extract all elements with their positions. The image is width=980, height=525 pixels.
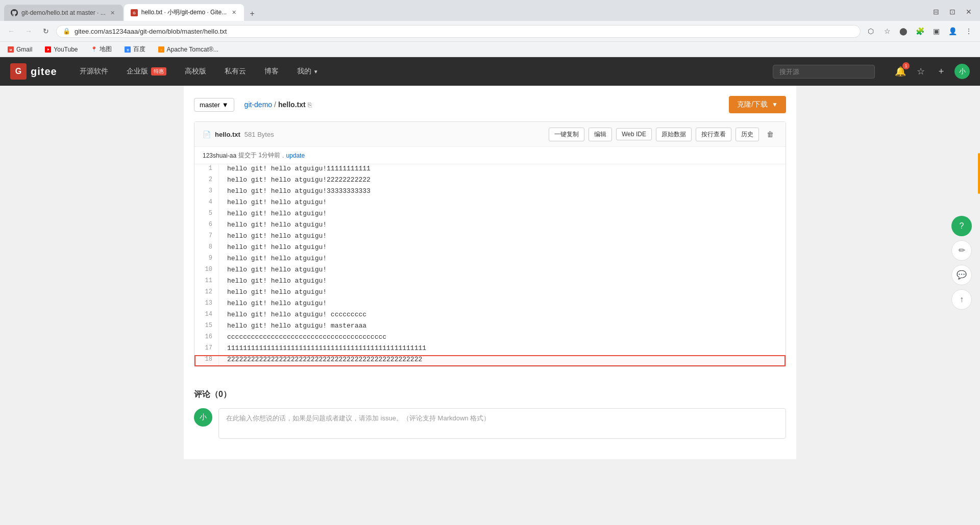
- bookmark-youtube[interactable]: YouTube: [41, 45, 81, 54]
- bookmark-icon[interactable]: ☆: [880, 24, 894, 38]
- line-view-button[interactable]: 按行查看: [696, 128, 731, 141]
- chrome-icon[interactable]: ⬤: [896, 24, 911, 38]
- code-line-14: 14hello git! hello atguigu! ccccccccc: [194, 310, 786, 321]
- float-chat-button[interactable]: 💬: [951, 265, 972, 285]
- lock-icon: 🔒: [63, 28, 70, 35]
- line-content-13: hello git! hello atguigu!: [219, 299, 786, 310]
- raw-button[interactable]: 原始数据: [656, 128, 692, 141]
- file-box-header: 📄 hello.txt 581 Bytes 一键复制 编辑 Web IDE 原始…: [194, 122, 786, 147]
- bookmark-tomcat[interactable]: T Apache Tomcat®...: [155, 45, 222, 54]
- browser-toolbar: ← → ↻ 🔒 gitee.com/as1234aaa/git-demo/blo…: [0, 21, 980, 42]
- code-line-6: 6hello git! hello atguigu!: [194, 220, 786, 232]
- one-click-copy-button[interactable]: 一键复制: [549, 128, 584, 141]
- line-number-13: 13: [194, 299, 219, 310]
- line-number-12: 12: [194, 288, 219, 299]
- gitee-favicon: G: [130, 9, 138, 17]
- nav-blog[interactable]: 博客: [260, 65, 283, 78]
- line-content-10: hello git! hello atguigu!: [219, 265, 786, 277]
- bookmark-baidu[interactable]: 百 百度: [121, 44, 149, 55]
- branch-selector[interactable]: master ▼: [194, 98, 234, 112]
- edit-button[interactable]: 编辑: [589, 128, 612, 141]
- nav-private-cloud[interactable]: 私有云: [220, 65, 250, 78]
- tomcat-favicon-icon: T: [158, 46, 165, 53]
- gitee-navbar: G gitee 开源软件 企业版 特惠 高校版 私有云 博客 我的 ▼ 🔔: [0, 57, 980, 86]
- gitee-search-input[interactable]: [773, 65, 875, 79]
- nav-open-source[interactable]: 开源软件: [76, 65, 112, 78]
- sidebar-icon[interactable]: ▣: [929, 24, 943, 38]
- file-type-icon: 📄: [203, 131, 211, 138]
- nav-university[interactable]: 高校版: [181, 65, 210, 78]
- line-number-6: 6: [194, 220, 219, 232]
- file-box: 📄 hello.txt 581 Bytes 一键复制 编辑 Web IDE 原始…: [194, 121, 786, 367]
- line-content-17: 1111111111111111111111111111111111111111…: [219, 344, 786, 355]
- code-line-8: 8hello git! hello atguigu!: [194, 243, 786, 254]
- star-icon[interactable]: ☆: [914, 64, 928, 79]
- comment-title: 评论（0）: [194, 389, 786, 400]
- clone-btn-label: 克隆/下载: [737, 100, 768, 109]
- clone-download-button[interactable]: 克隆/下载 ▼: [729, 96, 786, 113]
- menu-icon[interactable]: ⋮: [962, 24, 976, 38]
- bookmark-gmail[interactable]: M Gmail: [4, 45, 35, 54]
- nav-enterprise[interactable]: 企业版 特惠: [122, 65, 170, 78]
- gmail-favicon-icon: M: [7, 46, 14, 53]
- url-input[interactable]: gitee.com/as1234aaa/git-demo/blob/master…: [75, 28, 854, 35]
- line-content-2: hello git! hello atguigu!22222222222: [219, 176, 786, 187]
- gitee-logo-icon: G: [10, 63, 27, 80]
- bookmark-maps[interactable]: 📍 地图: [87, 44, 115, 55]
- commit-info: 123shuai-aa 提交于 1分钟前 . update: [194, 147, 786, 164]
- extensions-icon[interactable]: 🧩: [913, 24, 927, 38]
- line-content-9: hello git! hello atguigu!: [219, 254, 786, 265]
- plus-icon[interactable]: +: [934, 64, 948, 79]
- code-line-11: 11hello git! hello atguigu!: [194, 277, 786, 288]
- commit-message-link[interactable]: update: [286, 152, 305, 159]
- delete-icon[interactable]: 🗑: [763, 127, 777, 141]
- profile-icon[interactable]: 👤: [945, 24, 960, 38]
- line-content-1: hello git! hello atguigu!11111111111: [219, 164, 786, 176]
- tab-2-close[interactable]: ✕: [230, 9, 238, 17]
- comment-input[interactable]: 在此输入你想说的话，如果是问题或者建议，请添加 issue。（评论支持 Mark…: [218, 408, 786, 439]
- main-content: master ▼ git-demo / hello.txt ⎘ 克隆/下载 ▼ …: [184, 86, 796, 459]
- line-content-6: hello git! hello atguigu!: [219, 220, 786, 232]
- back-to-top-button[interactable]: ↑: [951, 289, 972, 310]
- tab-1-close[interactable]: ✕: [109, 9, 117, 17]
- svg-text:G: G: [133, 11, 136, 14]
- commit-author: 123shuai-aa: [203, 152, 236, 159]
- window-maximize-icon[interactable]: ⊡: [945, 5, 960, 19]
- back-button[interactable]: ←: [4, 24, 18, 38]
- copy-path-icon[interactable]: ⎘: [308, 101, 312, 109]
- gitee-logo[interactable]: G gitee: [10, 63, 57, 80]
- bookmark-gmail-label: Gmail: [16, 46, 32, 53]
- notification-wrapper[interactable]: 🔔 1: [893, 64, 908, 79]
- line-number-14: 14: [194, 310, 219, 321]
- web-ide-button[interactable]: Web IDE: [616, 128, 652, 140]
- refresh-button[interactable]: ↻: [39, 24, 53, 38]
- help-button[interactable]: ?: [951, 216, 972, 236]
- history-button[interactable]: 历史: [736, 128, 759, 141]
- address-bar[interactable]: 🔒 gitee.com/as1234aaa/git-demo/blob/mast…: [56, 25, 861, 38]
- window-minimize-icon[interactable]: ⊟: [929, 5, 943, 19]
- comment-section: 评论（0） 小 在此输入你想说的话，如果是问题或者建议，请添加 issue。（评…: [194, 379, 786, 449]
- line-content-14: hello git! hello atguigu! ccccccccc: [219, 310, 786, 321]
- line-number-2: 2: [194, 176, 219, 187]
- new-tab-button[interactable]: +: [245, 7, 259, 21]
- cast-icon[interactable]: ⬡: [864, 24, 878, 38]
- code-line-13: 13hello git! hello atguigu!: [194, 299, 786, 310]
- gitee-search[interactable]: [773, 65, 875, 79]
- repo-link[interactable]: git-demo: [244, 101, 272, 109]
- user-avatar[interactable]: 小: [954, 64, 970, 79]
- toolbar-actions: ⬡ ☆ ⬤ 🧩 ▣ 👤 ⋮: [864, 24, 976, 38]
- browser-tab-2[interactable]: G hello.txt · 小明/git-demo · Gite... ✕: [124, 4, 244, 21]
- window-close-icon[interactable]: ✕: [962, 5, 976, 19]
- clone-btn-dropdown-icon: ▼: [772, 101, 778, 108]
- nav-mine[interactable]: 我的 ▼: [293, 65, 323, 78]
- commit-text: 提交于 1分钟前: [238, 151, 280, 160]
- code-line-3: 3hello git! hello atguigu!33333333333: [194, 187, 786, 198]
- browser-tab-1[interactable]: git-demo/hello.txt at master · ... ✕: [4, 5, 123, 21]
- line-content-16: cccccccccccccccccccccccccccccccccccccccc: [219, 333, 786, 344]
- line-content-3: hello git! hello atguigu!33333333333: [219, 187, 786, 198]
- breadcrumb-separator: /: [274, 101, 276, 109]
- code-line-7: 7hello git! hello atguigu!: [194, 232, 786, 243]
- float-edit-button[interactable]: ✏: [951, 240, 972, 261]
- forward-button[interactable]: →: [21, 24, 36, 38]
- breadcrumb-left: master ▼ git-demo / hello.txt ⎘: [194, 98, 312, 112]
